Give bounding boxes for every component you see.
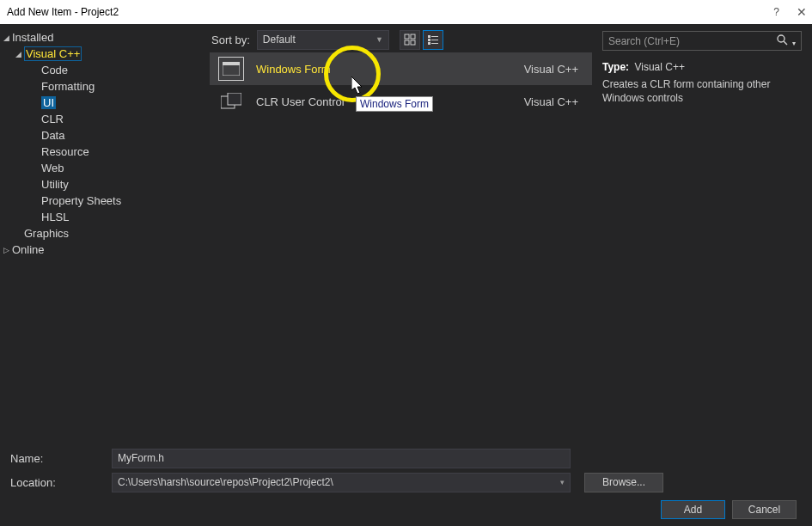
tree-graphics[interactable]: Graphics xyxy=(0,225,210,242)
search-placeholder: Search (Ctrl+E) xyxy=(608,35,680,47)
windows-form-icon xyxy=(218,57,244,81)
svg-line-15 xyxy=(784,41,787,45)
svg-rect-9 xyxy=(431,43,438,44)
name-label: Name: xyxy=(10,452,112,465)
bottom-panel: Name: MyForm.h Location: C:\Users\harsh\… xyxy=(0,440,812,526)
tree-item-code[interactable]: Code xyxy=(0,62,210,78)
tree-online[interactable]: ▷Online xyxy=(0,242,210,258)
location-input[interactable]: C:\Users\harsh\source\repos\Project2\Pro… xyxy=(112,473,571,492)
location-label: Location: xyxy=(10,476,112,489)
center-column: Sort by: Default ▼ Windows Form Vis xyxy=(210,24,592,440)
template-windows-form[interactable]: Windows Form Visual C++ xyxy=(210,52,592,85)
info-type: Type: Visual C++ xyxy=(602,61,802,73)
main-area: ◢Installed ◢Visual C++ Code Formatting U… xyxy=(0,24,812,440)
close-button[interactable]: ✕ xyxy=(797,5,807,19)
tree-item-resource[interactable]: Resource xyxy=(0,144,210,160)
svg-rect-13 xyxy=(228,93,241,105)
sortby-label: Sort by: xyxy=(211,34,250,46)
template-lang: Visual C++ xyxy=(524,95,578,108)
tree-item-clr[interactable]: CLR xyxy=(0,111,210,127)
tree-item-property-sheets[interactable]: Property Sheets xyxy=(0,193,210,209)
tree-item-utility[interactable]: Utility xyxy=(0,176,210,193)
list-icon xyxy=(427,34,439,46)
tree-item-formatting[interactable]: Formatting xyxy=(0,78,210,95)
help-button[interactable]: ? xyxy=(773,6,779,18)
template-name: Windows Form xyxy=(256,63,524,76)
tree-visual-cpp[interactable]: ◢Visual C++ xyxy=(0,46,210,62)
svg-rect-2 xyxy=(405,40,409,45)
window-title: Add New Item - Project2 xyxy=(7,6,773,18)
svg-rect-1 xyxy=(411,34,415,39)
svg-rect-6 xyxy=(428,39,430,41)
svg-rect-4 xyxy=(428,35,430,38)
svg-rect-7 xyxy=(431,40,438,40)
view-large-icons[interactable] xyxy=(400,30,420,50)
titlebar: Add New Item - Project2 ? ✕ xyxy=(0,0,812,24)
name-input[interactable]: MyForm.h xyxy=(112,449,571,468)
search-icon: ▾ xyxy=(777,34,796,48)
tree-item-data[interactable]: Data xyxy=(0,127,210,144)
info-panel: Search (Ctrl+E) ▾ Type: Visual C++ Creat… xyxy=(592,24,812,440)
chevron-down-icon: ▼ xyxy=(375,35,383,44)
tree-item-hlsl[interactable]: HLSL xyxy=(0,209,210,225)
toolbar: Sort by: Default ▼ xyxy=(210,27,592,52)
search-input[interactable]: Search (Ctrl+E) ▾ xyxy=(602,31,802,51)
svg-rect-0 xyxy=(405,34,409,39)
user-control-icon xyxy=(218,89,244,113)
add-button[interactable]: Add xyxy=(661,500,725,519)
info-description: Creates a CLR form containing other Wind… xyxy=(602,78,802,105)
sort-combo[interactable]: Default ▼ xyxy=(257,30,389,50)
grid-icon xyxy=(404,34,416,46)
sort-value: Default xyxy=(263,34,296,46)
svg-rect-8 xyxy=(428,42,430,45)
svg-rect-3 xyxy=(411,40,415,45)
view-list[interactable] xyxy=(423,30,443,50)
tree-item-ui[interactable]: UI xyxy=(0,95,210,111)
tree-item-web[interactable]: Web xyxy=(0,160,210,176)
chevron-down-icon: ▾ xyxy=(560,478,565,486)
category-tree: ◢Installed ◢Visual C++ Code Formatting U… xyxy=(0,24,210,440)
tree-installed[interactable]: ◢Installed xyxy=(0,29,210,46)
svg-rect-11 xyxy=(223,62,240,65)
cancel-button[interactable]: Cancel xyxy=(732,500,797,519)
template-lang: Visual C++ xyxy=(524,63,578,76)
hover-tooltip: Windows Form xyxy=(356,96,433,112)
svg-rect-5 xyxy=(431,36,438,37)
browse-button[interactable]: Browse... xyxy=(584,473,663,492)
svg-point-14 xyxy=(778,35,785,42)
